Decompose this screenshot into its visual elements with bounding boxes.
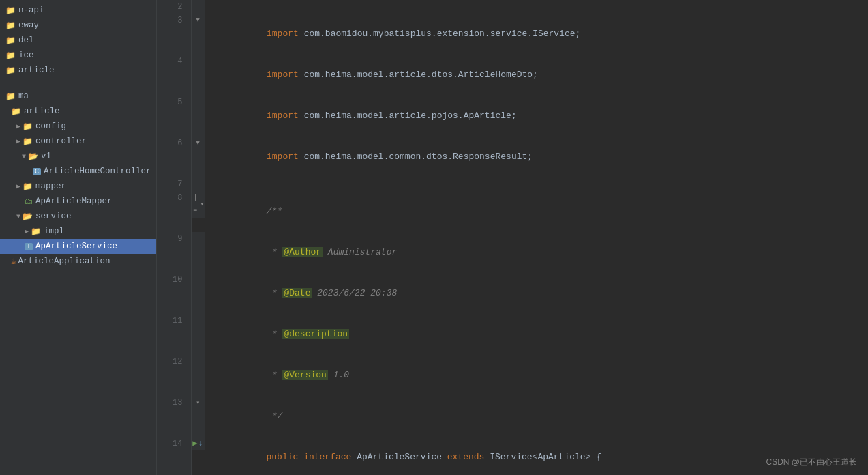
table-row: 3 ▾ import com.baomidou.mybatisplus.exte… <box>157 14 868 55</box>
interface-badge: I <box>25 243 33 250</box>
folder-icon: 📁 <box>23 121 33 132</box>
table-row: 12 * @Version 1.0 <box>157 355 868 396</box>
line-number: 9 <box>157 232 191 273</box>
sidebar-item-v1[interactable]: ▼ 📂 v1 <box>0 149 156 164</box>
folder-icon: 📁 <box>31 227 41 237</box>
run-icon[interactable]: ▶ <box>192 437 197 450</box>
expand-icon: ▶ <box>16 122 20 130</box>
line-gutter: |≡ ▾ <box>192 191 205 218</box>
folder-icon: 📁 <box>5 51 16 61</box>
table-row: 6 ▾ import com.heima.model.common.dtos.R… <box>157 136 868 177</box>
sidebar-label: config <box>35 121 66 131</box>
expand-icon: ▶ <box>25 227 29 235</box>
expand-icon: ▶ <box>16 182 20 190</box>
sidebar-item-mapper[interactable]: ▶ 📁 mapper <box>0 179 156 194</box>
sidebar-item-article[interactable]: 📁 article <box>0 63 156 78</box>
sidebar-item-config[interactable]: ▶ 📁 config <box>0 119 156 134</box>
sidebar-item-ma[interactable]: 📁 ma <box>0 89 156 104</box>
line-gutter <box>191 0 205 14</box>
line-gutter: ▶ ↓ <box>192 437 205 450</box>
sidebar-item-impl[interactable]: ▶ 📁 impl <box>0 224 156 239</box>
folder-icon: 📁 <box>5 20 16 31</box>
sidebar-item-ice[interactable]: 📁 ice <box>0 48 156 63</box>
sidebar-item-controller[interactable]: ▶ 📁 controller <box>0 134 156 149</box>
table-row: 8 |≡ ▾ /** <box>157 191 868 232</box>
expand-icon: ▼ <box>16 213 20 220</box>
code-editor[interactable]: 2 3 ▾ import com.baomidou.mybatisplus.ex… <box>157 0 868 475</box>
sidebar-item-del[interactable]: 📁 del <box>0 33 156 48</box>
table-row: 11 * @description <box>157 314 868 355</box>
sidebar-label: article <box>24 106 60 116</box>
line-number: 2 <box>157 0 191 14</box>
sidebar: 📁 n-api 📁 eway 📁 del 📁 ice 📁 article 📁 m… <box>0 0 157 475</box>
table-row: 5 import com.heima.model.article.pojos.A… <box>157 96 868 136</box>
sidebar-label: ArticleApplication <box>18 257 110 266</box>
line-number: 12 <box>157 355 191 396</box>
line-gutter <box>191 314 205 355</box>
sidebar-label: ice <box>18 51 34 60</box>
sidebar-item-aparticlemapper[interactable]: 🗂 ApArticleMapper <box>0 194 156 209</box>
line-content: import com.heima.model.article.dtos.Arti… <box>205 55 869 96</box>
fold-icon[interactable]: ▾ <box>200 198 204 212</box>
line-number: 4 <box>157 55 191 96</box>
app-icon: ☕ <box>11 256 16 267</box>
sidebar-label: del <box>18 35 34 45</box>
line-gutter <box>191 232 205 273</box>
fold-icon[interactable]: ▾ <box>195 15 200 25</box>
line-content: import com.heima.model.article.pojos.ApA… <box>205 96 869 136</box>
line-number: 14 <box>157 437 191 475</box>
sidebar-label: controller <box>35 136 87 146</box>
sidebar-item-n-api[interactable]: 📁 n-api <box>0 3 156 18</box>
line-gutter: ▾ <box>191 396 205 437</box>
sidebar-item-service[interactable]: ▼ 📂 service <box>0 209 156 224</box>
folder-icon: 📁 <box>5 35 16 46</box>
table-row: 4 import com.heima.model.article.dtos.Ar… <box>157 55 868 96</box>
line-content: public interface ApArticleService extend… <box>205 437 869 475</box>
watermark-text: CSDN @已不由心王道长 <box>766 457 857 467</box>
folder-icon: 📁 <box>5 91 16 102</box>
folder-icon: 📁 <box>23 182 33 192</box>
line-number: 13 <box>157 396 191 437</box>
sidebar-label: impl <box>44 227 64 236</box>
line-content: * @Date 2023/6/22 20:38 <box>205 273 869 314</box>
line-content: /** <box>205 191 869 232</box>
line-number: 10 <box>157 273 191 314</box>
line-gutter <box>191 96 205 136</box>
table-row: 9 * @Author Administrator <box>157 232 868 273</box>
sidebar-item-article2[interactable]: 📁 article <box>0 104 156 119</box>
table-row: 2 <box>157 0 868 14</box>
sidebar-label: mapper <box>35 182 66 191</box>
line-gutter: ▾ <box>191 136 205 177</box>
sidebar-item-articlehomecontroller[interactable]: C ArticleHomeController <box>0 164 156 179</box>
line-gutter <box>191 177 205 191</box>
line-number: 11 <box>157 314 191 355</box>
sidebar-label: ArticleHomeController <box>44 167 151 176</box>
implement-icon[interactable]: ↓ <box>198 437 203 450</box>
expand-icon: ▼ <box>22 153 26 160</box>
line-content: import com.heima.model.common.dtos.Respo… <box>205 136 869 177</box>
line-content: * @Author Administrator <box>205 232 869 273</box>
fold-icon[interactable]: ▾ <box>196 399 200 407</box>
sidebar-label: eway <box>18 20 39 30</box>
sidebar-label: service <box>35 212 72 221</box>
table-row: 14 ▶ ↓ public interface ApArticleService… <box>157 437 868 475</box>
line-content: * @description <box>205 314 869 355</box>
line-gutter <box>191 273 205 314</box>
line-number: 6 <box>157 136 191 177</box>
sidebar-label: n-api <box>18 5 44 15</box>
sidebar-item-eway[interactable]: 📁 eway <box>0 18 156 33</box>
sidebar-item-articleapplication[interactable]: ☕ ArticleApplication <box>0 254 156 269</box>
line-content: import com.baomidou.mybatisplus.extensio… <box>205 14 869 55</box>
code-table: 2 3 ▾ import com.baomidou.mybatisplus.ex… <box>157 0 868 475</box>
mapper-icon: 🗂 <box>25 197 33 207</box>
line-content <box>205 177 869 191</box>
javadoc-fold-bar[interactable]: |≡ <box>192 191 200 218</box>
line-number: 8 <box>157 191 191 232</box>
fold-icon[interactable]: ▾ <box>195 138 200 148</box>
table-row: 10 * @Date 2023/6/22 20:38 <box>157 273 868 314</box>
line-content: * @Version 1.0 <box>205 355 869 396</box>
sidebar-item-aparticleservice[interactable]: I ApArticleService <box>0 239 156 254</box>
class-badge: C <box>33 168 41 175</box>
line-content <box>205 0 869 14</box>
line-gutter <box>191 355 205 396</box>
